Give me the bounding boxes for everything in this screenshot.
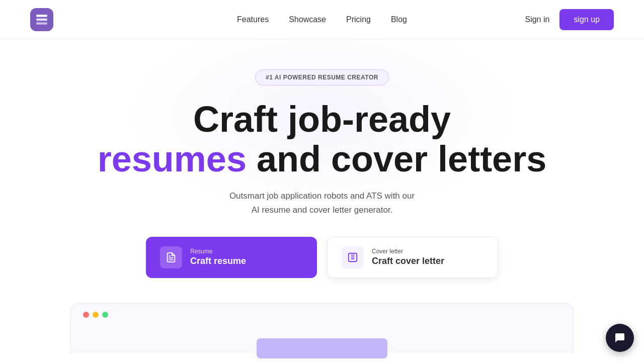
chat-support-button[interactable] — [606, 324, 634, 352]
preview-area — [0, 303, 644, 353]
sign-up-button[interactable]: sign up — [559, 9, 614, 30]
nav-links: Features Showcase Pricing Blog — [237, 15, 407, 24]
preview-window — [70, 303, 574, 353]
resume-label: Resume — [190, 248, 213, 255]
dot-yellow — [93, 312, 99, 318]
cover-title: Craft cover letter — [372, 256, 444, 266]
dot-green — [102, 312, 108, 318]
craft-resume-button[interactable]: Resume Craft resume — [146, 237, 317, 278]
window-dots — [83, 312, 561, 318]
sign-in-button[interactable]: Sign in — [525, 15, 549, 24]
logo-icon[interactable] — [30, 8, 53, 31]
navbar: Features Showcase Pricing Blog Sign in s… — [0, 0, 644, 39]
hero-line1: Craft job-ready — [98, 100, 546, 139]
cover-cta-text: Cover letter Craft cover letter — [372, 248, 444, 266]
cover-icon — [342, 246, 364, 268]
resume-cta-text: Resume Craft resume — [190, 248, 246, 266]
resume-title: Craft resume — [190, 256, 246, 266]
hero-line2-rest: and cover letters — [247, 139, 546, 179]
craft-cover-button[interactable]: Cover letter Craft cover letter — [327, 237, 498, 278]
resume-icon — [160, 246, 182, 268]
nav-showcase[interactable]: Showcase — [289, 15, 326, 24]
cta-buttons: Resume Craft resume Cover letter Craft c… — [146, 237, 498, 278]
main-content: #1 AI POWERED RESUME CREATOR Craft job-r… — [0, 39, 644, 353]
nav-features[interactable]: Features — [237, 15, 269, 24]
logo-area — [30, 8, 53, 31]
svg-rect-0 — [36, 15, 47, 17]
svg-rect-2 — [36, 22, 47, 24]
hero-subtitle: Outsmart job application robots and ATS … — [229, 189, 415, 216]
nav-actions: Sign in sign up — [525, 9, 614, 30]
dot-red — [83, 312, 89, 318]
hero-highlight: resumes — [98, 139, 247, 179]
hero-line2: resumes and cover letters — [98, 139, 546, 179]
nav-blog[interactable]: Blog — [391, 15, 407, 24]
subtitle-line2: AI resume and cover letter generator. — [252, 205, 393, 215]
nav-pricing[interactable]: Pricing — [346, 15, 371, 24]
preview-content — [257, 338, 387, 358]
subtitle-line1: Outsmart job application robots and ATS … — [229, 191, 415, 201]
hero-heading: Craft job-ready resumes and cover letter… — [98, 100, 546, 179]
svg-rect-1 — [36, 18, 47, 20]
hero-badge: #1 AI POWERED RESUME CREATOR — [255, 69, 389, 85]
cover-label: Cover letter — [372, 248, 403, 255]
